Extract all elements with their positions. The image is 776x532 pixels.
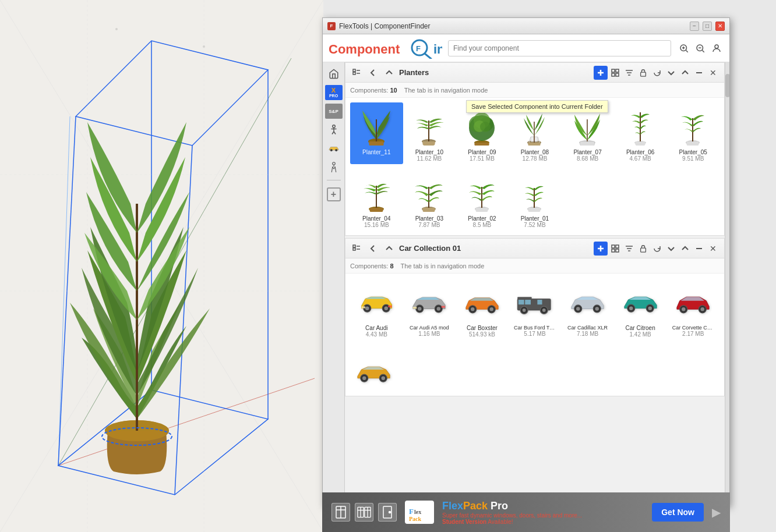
get-now-button[interactable]: Get Now <box>652 503 704 522</box>
content-area[interactable]: Planters <box>345 62 725 506</box>
planters-filter-button[interactable] <box>623 66 636 79</box>
cars-up-button[interactable] <box>383 242 396 255</box>
panel-header: Component F inder <box>323 34 729 62</box>
planters-close-button[interactable]: ✕ <box>707 66 719 79</box>
planter-04-thumb <box>356 172 397 213</box>
cars-mode: The tab is in navigation mode <box>401 263 485 269</box>
car-citroen-item[interactable]: Car Citroen 1.42 MB <box>614 278 667 340</box>
cars-refresh-button[interactable] <box>651 242 664 255</box>
car-cadillac-name: Car Cadillac XLR <box>567 325 608 331</box>
svg-text:inder: inder <box>433 42 442 56</box>
planter-04-item[interactable]: Planter_04 15.16 MB <box>350 169 403 230</box>
scrollbar[interactable] <box>725 62 729 506</box>
planters-refresh-button[interactable] <box>651 66 664 79</box>
sidebar-divider <box>327 180 341 180</box>
planter-07-size: 8.68 MB <box>577 155 598 162</box>
planter-10-item[interactable]: Planter_10 11.62 MB <box>403 102 456 164</box>
banner-arrow-right[interactable]: ▶ <box>712 505 721 519</box>
student-version: Student Version <box>442 519 486 525</box>
planters-expand-button[interactable] <box>665 66 678 79</box>
planter-02-item[interactable]: Planter_02 8.5 MB <box>456 169 509 230</box>
section-up-button[interactable] <box>383 66 396 79</box>
cars-close-button[interactable]: ✕ <box>707 242 719 255</box>
svg-point-127 <box>523 308 526 312</box>
logo-area: Component F inder <box>329 38 442 59</box>
svg-rect-44 <box>353 69 355 72</box>
svg-point-139 <box>682 307 686 311</box>
close-button[interactable]: ✕ <box>715 22 725 31</box>
scrollbar-thumb[interactable] <box>725 74 729 97</box>
car-audi-item[interactable]: Car Audi 4.43 MB <box>350 278 403 340</box>
cars-grid-button[interactable] <box>609 242 622 255</box>
maximize-button[interactable]: □ <box>703 22 712 31</box>
banner-logo-box: F lex Pack <box>405 501 434 524</box>
cars-add-button[interactable] <box>594 242 608 256</box>
zoom-out-button[interactable] <box>693 41 707 55</box>
minimize-button[interactable]: − <box>690 22 699 31</box>
banner-window-double[interactable] <box>355 503 373 522</box>
sidebar-item-home[interactable] <box>325 66 343 82</box>
cars-filter-button[interactable] <box>623 242 636 255</box>
planter-11-item[interactable]: Planter_11 <box>350 102 403 164</box>
car-corvette-item[interactable]: Car Corvette C6 2008 2.17 MB <box>666 278 719 340</box>
sidebar-item-person[interactable] <box>325 159 343 175</box>
svg-point-112 <box>418 307 422 311</box>
svg-point-34 <box>715 45 718 48</box>
planters-add-button[interactable] <box>594 66 608 80</box>
cars-minimize-button[interactable] <box>693 242 706 255</box>
svg-point-155 <box>389 512 391 513</box>
car-boxster-item[interactable]: Car Boxster 514.93 kB <box>456 278 509 340</box>
car-cadillac-item[interactable]: Car Cadillac XLR 7.18 MB <box>561 278 614 340</box>
car-bus-item[interactable]: Car Bus Ford Transit 5.17 MB <box>509 278 562 340</box>
planters-header: Planters <box>345 63 724 83</box>
planters-minimize-button[interactable] <box>693 66 706 79</box>
panel-body: X PRO S&P <box>323 62 729 506</box>
svg-rect-97 <box>612 249 615 252</box>
user-button[interactable] <box>710 41 724 55</box>
car-citroen-name: Car Citroen <box>626 325 655 331</box>
planters-lock-button[interactable] <box>637 66 650 79</box>
cars-collapse-up-button[interactable] <box>679 242 692 255</box>
planters-grid-button[interactable] <box>609 66 622 79</box>
cars-list-view-button[interactable] <box>350 242 363 255</box>
sidebar-add-button[interactable]: + <box>327 187 341 201</box>
svg-line-39 <box>334 132 336 134</box>
svg-rect-108 <box>361 306 365 308</box>
cars-expand-button[interactable] <box>665 242 678 255</box>
planter-03-item[interactable]: Planter_03 7.87 MB <box>403 169 456 230</box>
svg-point-128 <box>542 308 546 312</box>
banner-icons <box>331 503 397 522</box>
sidebar-item-sp[interactable]: S&P <box>325 103 343 119</box>
sidebar-item-xpro[interactable]: X PRO <box>325 84 343 101</box>
logo-svg: Component F inder <box>329 38 442 59</box>
planter-06-item[interactable]: Planter_06 4.67 MB <box>614 102 667 164</box>
svg-rect-98 <box>616 249 619 252</box>
section-back-button[interactable] <box>366 66 379 79</box>
svg-line-25 <box>425 54 431 59</box>
sketchup-canvas <box>0 0 323 532</box>
tooltip-text: Save Selected Component into Current Fol… <box>471 103 603 110</box>
planter-05-size: 9.51 MB <box>682 155 704 162</box>
banner-window-single[interactable] <box>331 503 350 522</box>
section-list-view-button[interactable] <box>350 66 363 79</box>
cars-grid: Car Audi 4.43 MB <box>345 274 724 345</box>
planter-01-item[interactable]: Planter_01 7.52 MB <box>509 169 562 230</box>
car-citroen-size: 1.42 MB <box>630 331 651 338</box>
car-citroen-thumb <box>620 282 661 322</box>
planter-09-size: 17.51 MB <box>470 155 495 162</box>
planters-collapse-up-button[interactable] <box>679 66 692 79</box>
svg-text:F: F <box>409 507 414 516</box>
svg-point-35 <box>332 125 335 128</box>
zoom-in-button[interactable] <box>677 41 691 55</box>
planter-05-item[interactable]: Planter_05 9.51 MB <box>666 102 719 164</box>
planters-actions: ✕ <box>594 66 719 80</box>
sidebar-item-car[interactable] <box>325 140 343 157</box>
car-audia5-item[interactable]: Car Audi A5 mod 1.16 MB <box>403 278 456 340</box>
search-input[interactable] <box>448 40 671 56</box>
banner-door[interactable] <box>378 503 397 522</box>
car-extra-item[interactable] <box>350 347 397 396</box>
sidebar-item-figure[interactable] <box>325 122 343 138</box>
planters-mode: The tab is in navigation mode <box>404 87 488 94</box>
cars-lock-button[interactable] <box>637 242 650 255</box>
cars-back-button[interactable] <box>366 242 379 255</box>
